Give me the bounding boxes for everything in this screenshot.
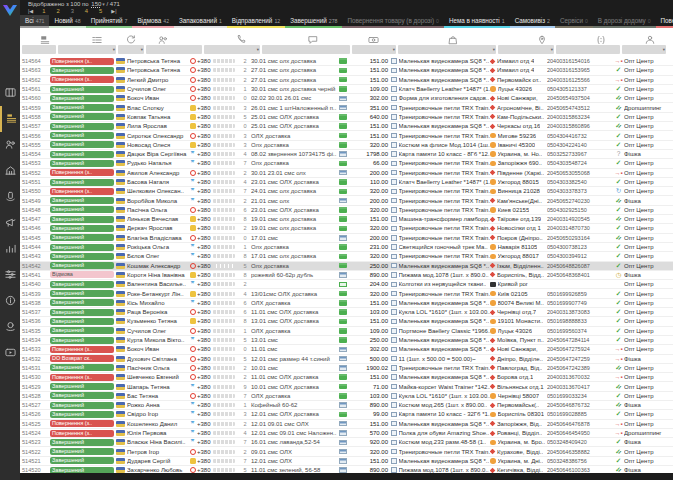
page-number-2[interactable]: 2: [56, 8, 59, 15]
table-row[interactable]: 514536ЗавершенийКузьменко Тетяна+380813.…: [20, 317, 673, 326]
tab-5[interactable]: Запакований1: [174, 15, 227, 28]
table-row[interactable]: 514539ЗавершенийРоке-Бетанкурт Лін..+380…: [20, 289, 673, 298]
filter-input-manager[interactable]: ▾: [622, 45, 666, 54]
status-badge: Завершений: [50, 448, 114, 455]
topbar: Відображено з 100 по 150▾ / 471 |◀ 12345…: [20, 0, 673, 15]
sidebar-item-clients[interactable]: [0, 132, 20, 158]
tab-6[interactable]: Відправлений12: [227, 15, 285, 28]
filter-input-source[interactable]: ▾: [58, 45, 116, 54]
table-row[interactable]: 514538ЗавершенийКісь Михайло*+3806ОЛХ до…: [20, 299, 673, 308]
table-row[interactable]: 514527ЗавершенийРожко Анна*+3801Кофейный…: [20, 401, 673, 410]
tab-1[interactable]: Всі471: [20, 15, 49, 28]
table-row[interactable]: 514562Повернення (з..Легкий Дмитро+38022…: [20, 76, 673, 85]
table-row[interactable]: 514532DO Возврат ск..Духович Світлана+38…: [20, 355, 673, 364]
table-row[interactable]: 514553ЗавершенийРудько Наталья*+3807Олх …: [20, 159, 673, 168]
ukraine-flag-icon: [116, 95, 125, 101]
first-page-button[interactable]: |◀: [28, 8, 33, 15]
amount: 109.00: [348, 328, 391, 334]
filter-input-payment[interactable]: ▾: [352, 45, 396, 54]
table-row[interactable]: 514541ВідмоваКоротя Ніна Іванівна+3808ро…: [20, 271, 673, 280]
table-row[interactable]: 514561ЗавершенийСучилов Олег+380130.01 с…: [20, 85, 673, 94]
table-row[interactable]: 514557ЗавершенийЛила Ярослав+380025.01 с…: [20, 122, 673, 131]
manager: Опт Центр: [624, 170, 662, 176]
sidebar-item-marketing[interactable]: [0, 210, 20, 236]
product-name: Маленькая видеокамера SQ8 *..: [399, 67, 490, 73]
card-payment-icon: [339, 133, 347, 139]
table-row[interactable]: 514530Повернення (з..Шевченко Евгений+38…: [20, 373, 673, 382]
tab-7[interactable]: Завершений278: [285, 15, 342, 28]
table-row[interactable]: 514537ЗавершенийРаца Вероніка+380611.01 …: [20, 308, 673, 317]
tab-3[interactable]: Прийнятий7: [86, 15, 133, 28]
filter-input-ttn[interactable]: [556, 45, 620, 54]
table-row[interactable]: 514529ЗавершенийШапарь Тетяна*+380910.01…: [20, 382, 673, 391]
table-row[interactable]: 514526ЗавершенийСвідро Ігор*+380312.01 с…: [20, 410, 673, 419]
sidebar-item-info[interactable]: [0, 288, 20, 314]
table-row[interactable]: 514524Повернення (з..Юлія Первова*+38041…: [20, 429, 673, 438]
table-row[interactable]: 514534ЗавершенийКурта Микола Вікто..*+38…: [20, 336, 673, 345]
table-row[interactable]: 514521ЗавершенийДударев Сергій+380712.01…: [20, 457, 673, 466]
page-number-1[interactable]: 1: [42, 8, 45, 15]
table-row[interactable]: 514563ЗавершенийПетровська Тетяна+380227…: [20, 66, 673, 75]
table-row[interactable]: 514551ЗавершенийБасова Наталя*+380423.01…: [20, 178, 673, 187]
table-row[interactable]: 514540ЗавершенийВалентина Василье..*+380…: [20, 280, 673, 289]
table-row[interactable]: 514552Повернення (з..Авилов Александр+38…: [20, 169, 673, 178]
table-row[interactable]: 514555ЗавершенийНовосад Олеся+3803Олх до…: [20, 141, 673, 150]
filter-input-comment[interactable]: [262, 45, 350, 54]
sidebar-item-company[interactable]: [0, 158, 20, 184]
tab-4[interactable]: Відмова42: [132, 15, 174, 28]
table-row[interactable]: 514531ЗавершенийПасічник Ольга+380210.01…: [20, 364, 673, 373]
destination: Черкасы отд.16: [497, 123, 540, 129]
table-row[interactable]: 514564Повернення (з..Петровська Тетяна+3…: [20, 57, 673, 66]
sidebar-item-tutorials[interactable]: [0, 340, 20, 366]
table-row[interactable]: 514560ЗавершенийБокоч Иван+380002.02 30.…: [20, 94, 673, 103]
filter-input-phone[interactable]: ▾: [204, 45, 260, 54]
filter-input-state[interactable]: ▾: [118, 45, 144, 54]
sidebar-item-dashboard[interactable]: [0, 80, 20, 106]
table-row[interactable]: 514548ЗавершенийПасічна Ольга+380623.01 …: [20, 206, 673, 215]
table-row[interactable]: 514533Повернення (з..Бокоч Иван+380011.0…: [20, 345, 673, 354]
tab-12[interactable]: В дорозі додому0: [593, 15, 656, 28]
sidebar-item-orders[interactable]: [0, 106, 20, 132]
table-row[interactable]: 514546ЗавершенийДеркач Ярослав+380219.01…: [20, 224, 673, 233]
table-row[interactable]: 514549ЗавершенийВоробйов Микола*+380221.…: [20, 196, 673, 205]
table-row[interactable]: 514554ЗавершенийДацюк Віра Сергіївна*+38…: [20, 150, 673, 159]
filter-input-client[interactable]: [146, 45, 202, 54]
table-row[interactable]: 514547ЗавершенийЛиньков Вячеслав+380819.…: [20, 215, 673, 224]
kyivstar-icon: *: [191, 244, 195, 250]
filter-input-status[interactable]: [22, 45, 56, 54]
table-row[interactable]: 514535ЗавершенийСучилов Олег+3801ОЛХ дос…: [20, 327, 673, 336]
sidebar-item-finance[interactable]: [0, 314, 20, 340]
sidebar-item-settings[interactable]: [0, 262, 20, 288]
status-badge: Завершений: [50, 337, 114, 344]
page-size-dropdown[interactable]: 150: [91, 1, 101, 7]
table-row[interactable]: 514550Повернення (з..Шелковин Олексан..*…: [20, 187, 673, 196]
table-row[interactable]: 514525Повернення (з..Кошеленко Данил*+38…: [20, 420, 673, 429]
table-row[interactable]: 514545ЗавершенийБлагіна Владіслава+38001…: [20, 234, 673, 243]
sidebar-item-statistics[interactable]: [0, 236, 20, 262]
tab-9[interactable]: Нема в наявності1: [444, 15, 510, 28]
table-row[interactable]: 514544ЗавершенийРокіцька Ольга*+3801Олх …: [20, 243, 673, 252]
page-number-3[interactable]: 3: [71, 8, 74, 15]
table-row[interactable]: 514556ЗавершенийСиротюк Олександр+3803ОЛ…: [20, 131, 673, 140]
table-row[interactable]: 514542ЗавершенийКошмак Александр+3805Олх…: [20, 262, 673, 271]
table-row[interactable]: 514558ЗавершенийКовпак Татьяна+380525.01…: [20, 113, 673, 122]
filter-input-delivery[interactable]: ▾: [498, 45, 554, 54]
tab-10[interactable]: Самовивіз2: [510, 15, 555, 28]
sidebar-item-callback[interactable]: [0, 184, 20, 210]
table-row[interactable]: 514523ЗавершенийВласюк Ніна Василі..*+38…: [20, 438, 673, 447]
last-page-button[interactable]: ▶|: [111, 8, 116, 15]
tab-11[interactable]: Сервіси0: [555, 15, 593, 28]
table-row[interactable]: 514520ЗавершенийЗахарченко Любовь+380511…: [20, 466, 673, 473]
comment: 02.02 30.01 26.01 смс: [251, 95, 337, 101]
page-number-5[interactable]: 5: [99, 8, 102, 15]
product-name: Тренировочные петли TRX Train..: [399, 291, 491, 297]
table-row[interactable]: 514522ЗавершенийПетров Ігор+380209.01 см…: [20, 447, 673, 456]
page-number-4[interactable]: 4: [85, 8, 88, 15]
tab-13[interactable]: Повернен: [656, 15, 673, 28]
tab-2[interactable]: Новий48: [49, 15, 85, 28]
table-row[interactable]: 514543ЗавершенийБєлов Олег*+380817.01 см…: [20, 252, 673, 261]
table-row[interactable]: 514528ЗавершенийБас Тетяна+3807ОЛХ доста…: [20, 392, 673, 401]
filter-input-products[interactable]: ▾: [398, 45, 496, 54]
tab-8[interactable]: Повернення товару (в дорозі)0: [342, 15, 443, 28]
table-row[interactable]: 514559ЗавершенийВлас Слотюу+380326.01 см…: [20, 103, 673, 112]
